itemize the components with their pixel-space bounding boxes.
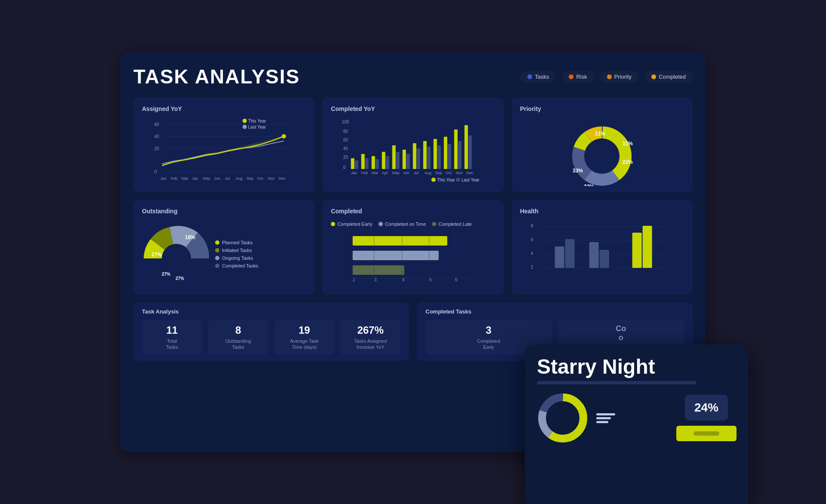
svg-rect-46 xyxy=(427,147,431,169)
svg-rect-43 xyxy=(413,143,416,169)
starry-night-content: 24% xyxy=(537,392,737,444)
svg-text:Dec: Dec xyxy=(279,176,286,181)
pill-tasks[interactable]: Tasks xyxy=(521,71,556,83)
svg-rect-112 xyxy=(632,233,641,268)
svg-text:Nov: Nov xyxy=(456,171,463,175)
legend-planned-label: Planned Tasks xyxy=(222,240,253,245)
svg-text:0: 0 xyxy=(154,169,157,174)
svg-rect-111 xyxy=(599,250,609,268)
svg-point-82 xyxy=(162,244,191,273)
completed-bars: Completed Early Completed on Time Comple… xyxy=(331,220,495,285)
sn-menu-line-3 xyxy=(596,421,608,423)
svg-text:27%: 27% xyxy=(176,276,184,281)
svg-text:Aug: Aug xyxy=(425,171,431,175)
svg-text:This Year: This Year xyxy=(248,119,266,123)
task-metrics-row: 11 TotalTasks 8 OutstandingTasks 19 Aver… xyxy=(142,320,401,355)
svg-text:Oct: Oct xyxy=(446,171,452,175)
svg-text:This Year: This Year xyxy=(437,178,455,182)
svg-point-67 xyxy=(431,178,436,182)
svg-rect-36 xyxy=(376,159,379,169)
svg-text:Jun: Jun xyxy=(403,171,410,175)
svg-rect-49 xyxy=(444,137,447,169)
late-dot xyxy=(432,222,436,226)
pill-priority[interactable]: Priority xyxy=(600,71,638,83)
svg-rect-113 xyxy=(642,226,652,268)
sn-yellow-bar xyxy=(676,426,737,441)
svg-rect-38 xyxy=(386,156,389,169)
svg-text:22%: 22% xyxy=(623,159,633,165)
svg-text:Feb: Feb xyxy=(171,176,178,181)
planned-dot xyxy=(215,240,219,245)
legend-completed: Completed Tasks xyxy=(215,263,258,268)
svg-text:20: 20 xyxy=(154,146,160,151)
svg-text:Feb: Feb xyxy=(361,171,368,175)
svg-text:Jun: Jun xyxy=(214,176,221,181)
svg-rect-88 xyxy=(353,251,439,260)
svg-rect-31 xyxy=(351,158,354,169)
svg-text:Jul: Jul xyxy=(414,171,419,175)
svg-rect-110 xyxy=(589,242,598,268)
starry-night-bar xyxy=(537,381,697,384)
svg-rect-45 xyxy=(423,141,427,169)
legend-planned: Planned Tasks xyxy=(215,240,258,245)
svg-point-21 xyxy=(243,119,247,123)
svg-text:6: 6 xyxy=(530,237,533,242)
legend-initiated-label: Initiated Tasks xyxy=(222,248,252,253)
legend-completed-label: Completed Tasks xyxy=(222,263,258,268)
svg-text:Dec: Dec xyxy=(466,171,474,175)
svg-rect-51 xyxy=(454,129,458,169)
svg-text:Apr: Apr xyxy=(382,171,388,175)
svg-point-8 xyxy=(282,134,286,138)
svg-rect-42 xyxy=(407,154,410,169)
metric-increase-value: 267% xyxy=(346,324,395,336)
sn-middle xyxy=(596,413,615,423)
svg-text:Jan: Jan xyxy=(160,176,167,181)
svg-text:Nov: Nov xyxy=(268,176,275,181)
main-dashboard: TASK ANALYSIS Tasks Risk Priority Comple… xyxy=(120,52,706,452)
ontime-dot xyxy=(379,222,383,226)
legend-late: Completed Late xyxy=(432,221,472,227)
svg-rect-47 xyxy=(434,139,437,169)
svg-text:18%: 18% xyxy=(185,234,195,240)
legend-pills: Tasks Risk Priority Completed xyxy=(521,71,693,83)
legend-early: Completed Early xyxy=(331,221,372,227)
svg-text:May: May xyxy=(203,176,211,181)
assigned-yoy-title: Assigned YoY xyxy=(142,105,306,112)
completed-tasks-bottom-title: Completed Tasks xyxy=(425,308,684,315)
metric-avg-value: 19 xyxy=(280,324,329,336)
legend-ongoing: Ongoing Tasks xyxy=(215,255,258,261)
metric-completed-early-value: 3 xyxy=(431,324,546,336)
svg-rect-109 xyxy=(565,239,574,268)
metric-total-tasks: 11 TotalTasks xyxy=(142,320,202,355)
priority-dot xyxy=(607,74,612,79)
svg-text:80: 80 xyxy=(343,129,348,134)
completed-title: Completed xyxy=(331,208,495,215)
svg-text:Mar: Mar xyxy=(182,176,188,181)
svg-text:Last Year: Last Year xyxy=(462,178,480,182)
svg-rect-39 xyxy=(392,145,396,169)
metric-increase-label: Tasks AssignedIncrease YoY xyxy=(346,338,395,350)
svg-text:27%: 27% xyxy=(162,272,170,277)
metric-avg-label: Average TaskTime (days) xyxy=(280,338,329,350)
sn-percent-value: 24% xyxy=(694,401,718,415)
pill-completed[interactable]: Completed xyxy=(644,71,693,83)
risk-dot xyxy=(569,74,573,79)
completed-dot2 xyxy=(215,264,219,268)
charts-row-1: Assigned YoY 60 40 20 0 xyxy=(133,98,693,192)
svg-text:40: 40 xyxy=(343,146,348,151)
svg-rect-33 xyxy=(361,154,365,169)
pill-risk[interactable]: Risk xyxy=(562,71,594,83)
health-title: Health xyxy=(520,208,684,215)
charts-row-2: Outstanding 27% 18% 27 xyxy=(133,200,693,295)
svg-text:Jul: Jul xyxy=(225,176,230,181)
late-label: Completed Late xyxy=(438,221,472,227)
outstanding-legend: Planned Tasks Initiated Tasks Ongoing Ta… xyxy=(215,240,258,268)
svg-rect-37 xyxy=(382,152,385,169)
completed-legend: Completed Early Completed on Time Comple… xyxy=(331,221,495,227)
task-analysis-bottom-title: Task Analysis xyxy=(142,308,401,315)
svg-text:100: 100 xyxy=(342,120,349,124)
outstanding-title: Outstanding xyxy=(142,208,306,215)
svg-text:11%: 11% xyxy=(595,131,605,137)
svg-text:Oct: Oct xyxy=(257,176,264,181)
metric-total-label: TotalTasks xyxy=(148,338,196,350)
